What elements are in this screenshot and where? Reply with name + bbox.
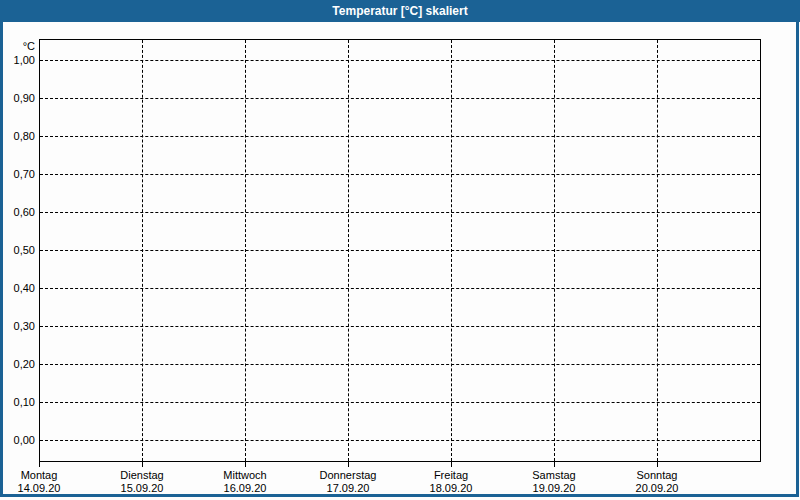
x-axis-date-label: 15.09.20 xyxy=(92,482,192,495)
h-gridline xyxy=(40,60,760,61)
plot-area xyxy=(39,39,761,462)
x-axis-label-group: Samstag 19.09.20 xyxy=(504,469,604,495)
h-gridline xyxy=(40,440,760,441)
h-gridline xyxy=(40,326,760,327)
x-axis-date-label: 16.09.20 xyxy=(195,482,295,495)
chart-window: Temperatur [°C] skaliert °C 1,00 0,90 0,… xyxy=(0,0,800,500)
frame-right-border xyxy=(796,22,799,497)
x-axis-label-group: Sonntag 20.09.20 xyxy=(607,469,707,495)
x-axis-date-label: 18.09.20 xyxy=(401,482,501,495)
h-gridline xyxy=(40,212,760,213)
v-gridline xyxy=(451,40,452,461)
y-axis-tick-label: 0,30 xyxy=(0,319,35,333)
h-gridline xyxy=(40,250,760,251)
y-axis-tick-label: 0,10 xyxy=(0,395,35,409)
y-axis-tick-label: 0,70 xyxy=(0,167,35,181)
x-axis-label-group: Montag 14.09.20 xyxy=(0,469,89,495)
h-gridline xyxy=(40,98,760,99)
x-axis-label-group: Mittwoch 16.09.20 xyxy=(195,469,295,495)
x-axis-label-group: Dienstag 15.09.20 xyxy=(92,469,192,495)
x-axis-tick xyxy=(554,462,555,467)
y-axis-tick-label: 0,50 xyxy=(0,243,35,257)
v-gridline xyxy=(348,40,349,461)
x-axis-label-group: Freitag 18.09.20 xyxy=(401,469,501,495)
x-axis-label-group: Donnerstag 17.09.20 xyxy=(298,469,398,495)
v-gridline xyxy=(142,40,143,461)
x-axis-tick xyxy=(39,462,40,467)
y-axis-tick-label: 0,80 xyxy=(0,129,35,143)
v-gridline xyxy=(245,40,246,461)
x-axis-date-label: 14.09.20 xyxy=(0,482,89,495)
h-gridline xyxy=(40,174,760,175)
x-axis-day-label: Sonntag xyxy=(607,469,707,482)
x-axis-date-label: 19.09.20 xyxy=(504,482,604,495)
window-title: Temperatur [°C] skaliert xyxy=(332,4,467,18)
x-axis-day-label: Freitag xyxy=(401,469,501,482)
v-gridline xyxy=(554,40,555,461)
x-axis-day-label: Samstag xyxy=(504,469,604,482)
x-axis-date-label: 20.09.20 xyxy=(607,482,707,495)
x-axis-day-label: Dienstag xyxy=(92,469,192,482)
h-gridline xyxy=(40,364,760,365)
title-bar: Temperatur [°C] skaliert xyxy=(0,0,800,22)
y-axis-tick-label: 1,00 xyxy=(0,53,35,67)
x-axis-tick xyxy=(142,462,143,467)
y-axis-tick-label: 0,20 xyxy=(0,357,35,371)
v-gridline xyxy=(657,40,658,461)
x-axis-tick xyxy=(348,462,349,467)
y-axis-unit-label: °C xyxy=(0,39,35,53)
x-axis-tick xyxy=(245,462,246,467)
y-axis-tick-label: 0,90 xyxy=(0,91,35,105)
x-axis-day-label: Mittwoch xyxy=(195,469,295,482)
x-axis-tick xyxy=(451,462,452,467)
y-axis-tick-label: 0,40 xyxy=(0,281,35,295)
x-axis-day-label: Montag xyxy=(0,469,89,482)
h-gridline xyxy=(40,136,760,137)
h-gridline xyxy=(40,288,760,289)
y-axis-tick-label: 0,00 xyxy=(0,433,35,447)
h-gridline xyxy=(40,402,760,403)
x-axis-tick xyxy=(657,462,658,467)
x-axis-date-label: 17.09.20 xyxy=(298,482,398,495)
y-axis-tick-label: 0,60 xyxy=(0,205,35,219)
x-axis-day-label: Donnerstag xyxy=(298,469,398,482)
